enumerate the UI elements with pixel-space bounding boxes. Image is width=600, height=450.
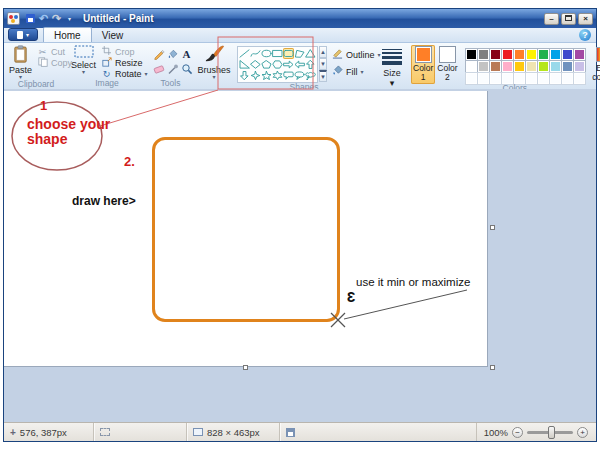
color-picker-tool-button[interactable]: [166, 62, 179, 76]
shape-rounded-rectangle-icon[interactable]: [283, 48, 294, 59]
ribbon: Paste ▾ ✂ Cut Copy Clipboard: [4, 43, 596, 89]
palette-empty-slot[interactable]: [490, 73, 501, 84]
zoom-level: 100%: [484, 427, 508, 438]
shape-left-arrow-icon[interactable]: [294, 59, 305, 70]
palette-empty-slot[interactable]: [574, 73, 585, 84]
shape-cloud-callout-icon[interactable]: [305, 70, 316, 81]
palette-color[interactable]: [574, 49, 585, 60]
shape-oval-callout-icon[interactable]: [294, 70, 305, 81]
palette-color[interactable]: [466, 49, 477, 60]
palette-color[interactable]: [466, 61, 477, 72]
ribbon-tab-row: ▾ Home View ?: [4, 28, 596, 43]
magnifier-tool-button[interactable]: [180, 62, 193, 76]
paste-icon: [13, 45, 28, 65]
shape-four-point-star-icon[interactable]: [250, 70, 261, 81]
canvas-size-value: 828 × 463px: [207, 427, 260, 438]
outline-button[interactable]: Outline ▾: [332, 48, 381, 61]
palette-empty-slot[interactable]: [478, 73, 489, 84]
redo-button[interactable]: ↷: [51, 13, 62, 25]
shape-line-icon[interactable]: [239, 48, 250, 59]
shape-triangle-icon[interactable]: [305, 48, 316, 59]
maximize-button[interactable]: [561, 13, 576, 25]
palette-color[interactable]: [478, 61, 489, 72]
text-tool-button[interactable]: A: [180, 47, 193, 61]
resize-button[interactable]: Resize: [99, 57, 150, 68]
shapes-gallery: [237, 46, 318, 83]
palette-color[interactable]: [514, 61, 525, 72]
help-icon[interactable]: ?: [579, 29, 591, 41]
palette-color[interactable]: [502, 61, 513, 72]
color2-button[interactable]: Color 2: [435, 45, 459, 84]
palette-color[interactable]: [562, 49, 573, 60]
size-button[interactable]: Size ▾: [375, 44, 409, 88]
shape-rectangle-icon[interactable]: [272, 48, 283, 59]
gallery-more-button[interactable]: ▼: [319, 70, 327, 82]
zoom-slider-thumb[interactable]: [548, 426, 555, 439]
fill-bucket-icon: [167, 48, 179, 60]
shape-diamond-icon[interactable]: [250, 59, 261, 70]
cursor-position-value: 576, 387px: [20, 427, 67, 438]
zoom-out-button[interactable]: −: [512, 427, 523, 438]
application-menu-button[interactable]: ▾: [8, 28, 38, 41]
palette-color[interactable]: [550, 61, 561, 72]
copy-icon: [37, 57, 48, 69]
canvas-resize-handle-right[interactable]: [490, 225, 495, 230]
zoom-in-button[interactable]: +: [577, 427, 588, 438]
shape-rounded-callout-icon[interactable]: [283, 70, 294, 81]
save-button[interactable]: [25, 13, 36, 25]
shape-six-point-star-icon[interactable]: [272, 70, 283, 81]
pencil-tool-button[interactable]: [152, 47, 165, 61]
crop-button[interactable]: Crop: [99, 46, 150, 57]
palette-empty-slot[interactable]: [562, 73, 573, 84]
palette-color[interactable]: [550, 49, 561, 60]
select-button[interactable]: Select ▾: [68, 44, 99, 75]
shape-down-arrow-icon[interactable]: [239, 70, 250, 81]
edit-colors-button[interactable]: Edit colors: [589, 45, 600, 82]
palette-empty-slot[interactable]: [538, 73, 549, 84]
eraser-tool-button[interactable]: [152, 62, 165, 76]
shape-up-arrow-icon[interactable]: [305, 59, 316, 70]
undo-button[interactable]: ↶: [38, 13, 49, 25]
fill-tool-button[interactable]: [166, 47, 179, 61]
shape-right-arrow-icon[interactable]: [283, 59, 294, 70]
palette-color[interactable]: [514, 49, 525, 60]
edit-colors-icon: [596, 47, 600, 62]
palette-color[interactable]: [574, 61, 585, 72]
tab-home[interactable]: Home: [43, 27, 92, 42]
colors-group: Color 1 Color 2 Edit colors Colors: [411, 44, 600, 89]
palette-color[interactable]: [526, 49, 537, 60]
minimize-button[interactable]: –: [544, 13, 559, 25]
palette-color[interactable]: [562, 61, 573, 72]
palette-color[interactable]: [490, 61, 501, 72]
palette-color[interactable]: [538, 49, 549, 60]
zoom-slider[interactable]: [527, 431, 573, 434]
palette-color[interactable]: [490, 49, 501, 60]
paste-button[interactable]: Paste ▾: [6, 44, 35, 80]
palette-color[interactable]: [478, 49, 489, 60]
shape-polygon-icon[interactable]: [294, 48, 305, 59]
close-button[interactable]: ×: [578, 13, 593, 25]
gallery-scroll-down-button[interactable]: ▼: [319, 58, 327, 70]
eyedropper-icon: [167, 63, 179, 75]
tab-view[interactable]: View: [92, 28, 134, 42]
canvas-resize-handle-corner[interactable]: [490, 365, 495, 370]
cursor-position-icon: +: [10, 427, 16, 438]
shape-oval-icon[interactable]: [261, 48, 272, 59]
palette-empty-slot[interactable]: [466, 73, 477, 84]
fill-button[interactable]: Fill ▾: [332, 65, 381, 78]
palette-color[interactable]: [538, 61, 549, 72]
brushes-button[interactable]: Brushes ▾: [194, 44, 233, 80]
qat-customize-button[interactable]: ▾: [64, 13, 75, 25]
canvas-resize-handle-bottom[interactable]: [243, 365, 248, 370]
palette-color[interactable]: [502, 49, 513, 60]
shape-pentagon-icon[interactable]: [261, 59, 272, 70]
shape-five-point-star-icon[interactable]: [261, 70, 272, 81]
shape-right-triangle-icon[interactable]: [239, 59, 250, 70]
palette-empty-slot[interactable]: [550, 73, 561, 84]
color1-button[interactable]: Color 1: [411, 45, 435, 84]
shape-curve-icon[interactable]: [250, 48, 261, 59]
gallery-scroll-up-button[interactable]: ▲: [319, 46, 327, 58]
shape-hexagon-icon[interactable]: [272, 59, 283, 70]
palette-empty-slot[interactable]: [526, 73, 537, 84]
palette-color[interactable]: [526, 61, 537, 72]
